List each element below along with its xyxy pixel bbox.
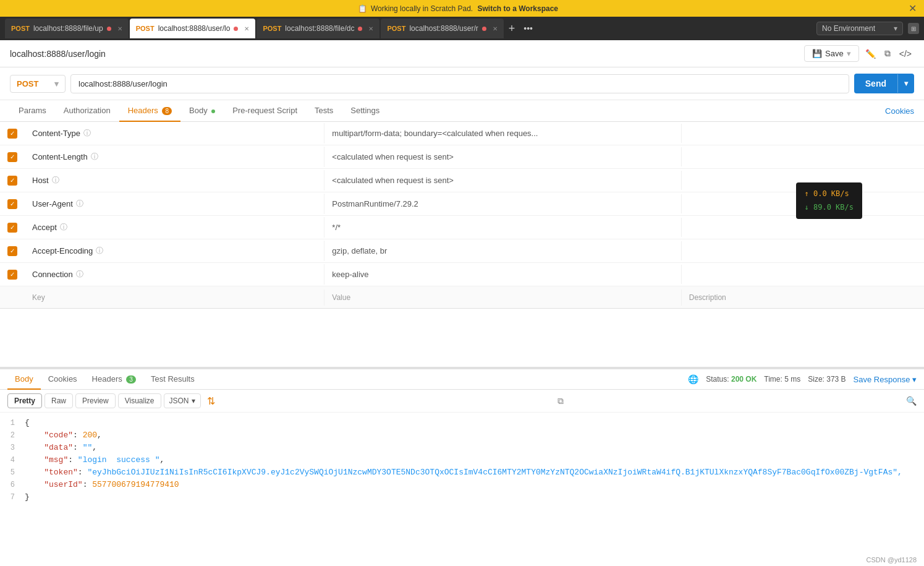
info-icon-content-type[interactable]: ⓘ [83,128,91,139]
tab-unsaved-dot-4 [482,27,486,31]
code-icon[interactable]: </> [897,46,914,61]
tab-url-2: localhost:8888/user/lo [158,24,231,33]
header-row-content-length: ✓ Content-Length ⓘ <calculated when requ… [0,145,924,169]
save-response-button[interactable]: Save Response ▾ [854,375,917,384]
notification-cta[interactable]: Switch to a Workspace [478,4,558,13]
save-icon: 💾 [812,49,822,58]
close-icon[interactable]: ✕ [909,2,917,14]
desc-content-length [682,152,924,162]
header-row-content-type: ✓ Content-Type ⓘ multipart/form-data; bo… [0,122,924,145]
tab-params[interactable]: Params [10,100,55,122]
notification-icon: 📋 [358,4,367,13]
response-status: 🌐 Status: 200 OK Time: 5 ms Size: 373 B … [688,374,917,384]
json-line-5: 5 "token": "eyJhbGciOiJIUzI1NiIsInR5cCI6… [0,467,924,479]
send-button[interactable]: Send ▾ [854,74,914,93]
upload-speed: ↑ 0.0 KB/s [805,187,854,201]
search-response-icon[interactable]: 🔍 [906,396,917,406]
visualize-button[interactable]: Visualize [118,393,161,408]
tab-url-3: localhost:8888/file/dc [285,24,354,33]
tab-item-4[interactable]: POST localhost:8888/user/r ✕ [381,19,503,38]
tab-settings[interactable]: Settings [342,100,388,122]
checkbox-user-agent[interactable]: ✓ [7,199,17,209]
method-label: POST [17,79,38,88]
key-content-type: Content-Type [32,129,80,138]
info-icon-host[interactable]: ⓘ [52,175,59,186]
response-tab-body[interactable]: Body [7,369,41,390]
send-dropdown-icon[interactable]: ▾ [897,74,914,93]
tab-tests[interactable]: Tests [306,100,342,122]
tab-method-3: POST [263,25,281,32]
tab-method-2: POST [136,25,155,32]
value-content-type: multipart/form-data; boundary=<calculate… [324,124,681,143]
checkbox-host[interactable]: ✓ [7,176,17,186]
info-icon-content-length[interactable]: ⓘ [91,152,98,162]
info-icon-accept-encoding[interactable]: ⓘ [96,246,103,256]
value-content-length: <calculated when request is sent> [324,147,681,166]
speed-tooltip: ↑ 0.0 KB/s ↓ 89.0 KB/s [796,182,862,219]
value-host: <calculated when request is sent> [324,171,681,190]
json-line-1: 1 { [0,418,924,430]
info-icon-accept[interactable]: ⓘ [60,222,67,233]
header-row-accept-encoding: ✓ Accept-Encoding ⓘ gzip, deflate, br [0,239,924,263]
tab-headers[interactable]: Headers 8 [119,100,180,122]
environment-select[interactable]: No Environment ▾ [816,22,903,35]
tab-pre-request[interactable]: Pre-request Script [224,100,306,122]
preview-button[interactable]: Preview [75,393,116,408]
checkbox-accept-encoding[interactable]: ✓ [7,246,17,256]
desc-connection [682,270,924,280]
page-title: localhost:8888/user/login [10,49,799,59]
send-label: Send [854,74,897,93]
download-speed: ↓ 89.0 KB/s [805,201,854,215]
checkbox-connection[interactable]: ✓ [7,270,17,280]
tab-url-4: localhost:8888/user/r [409,24,478,33]
header-row-accept: ✓ Accept ⓘ */* [0,216,924,239]
col-header-value: Value [324,289,681,306]
save-dropdown-icon: ▾ [847,49,851,58]
desc-accept-encoding [682,246,924,256]
tab-close-1[interactable]: ✕ [117,25,122,32]
cookies-link[interactable]: Cookies [885,106,914,116]
response-size: Size: 373 B [808,375,846,384]
filter-icon[interactable]: ⇅ [207,395,215,407]
json-line-7: 7 } [0,492,924,504]
value-accept: */* [324,218,681,237]
method-select[interactable]: POST ▾ [10,75,66,93]
copy-response-icon[interactable]: ⧉ [557,396,564,406]
copy-icon[interactable]: ⧉ [882,46,893,61]
tab-close-2[interactable]: ✕ [244,25,249,32]
checkbox-content-length[interactable]: ✓ [7,152,17,162]
info-icon-connection[interactable]: ⓘ [76,269,83,280]
tab-item-1[interactable]: POST localhost:8888/file/up ✕ [5,19,129,38]
tab-item-3[interactable]: POST localhost:8888/file/dc ✕ [256,19,379,38]
response-tab-test-results[interactable]: Test Results [143,369,202,390]
format-chevron-icon: ▾ [192,397,195,405]
main-content: ✓ Content-Type ⓘ multipart/form-data; bo… [0,122,924,565]
chevron-down-icon: ▾ [894,24,897,33]
key-user-agent: User-Agent [32,199,73,208]
response-section: Body Cookies Headers 3 Test Results 🌐 St… [0,367,924,565]
json-line-2: 2 "code": 200, [0,430,924,442]
tab-url-1: localhost:8888/file/up [33,24,103,33]
format-select[interactable]: JSON ▾ [164,393,201,408]
checkbox-content-type[interactable]: ✓ [7,129,17,139]
tab-authorization[interactable]: Authorization [55,100,119,122]
response-tab-cookies[interactable]: Cookies [41,369,85,390]
url-input[interactable] [70,74,849,93]
key-accept: Accept [32,223,57,232]
tab-item-2[interactable]: POST localhost:8888/user/lo ✕ [130,19,256,38]
add-tab-button[interactable]: + [505,23,519,34]
tab-body[interactable]: Body [180,100,224,122]
checkbox-accept[interactable]: ✓ [7,223,17,233]
pretty-button[interactable]: Pretty [7,393,42,408]
tab-close-4[interactable]: ✕ [493,25,498,32]
more-tabs-button[interactable]: ••• [520,24,536,33]
desc-content-type [682,129,924,139]
tab-close-3[interactable]: ✕ [368,25,373,32]
info-icon-user-agent[interactable]: ⓘ [76,199,83,209]
save-button[interactable]: 💾 Save ▾ [804,45,859,62]
edit-icon[interactable]: ✏️ [863,46,878,61]
raw-button[interactable]: Raw [45,393,73,408]
response-tab-headers[interactable]: Headers 3 [85,369,143,390]
value-accept-encoding: gzip, deflate, br [324,241,681,260]
env-manage-icon[interactable]: ⊞ [908,23,919,34]
